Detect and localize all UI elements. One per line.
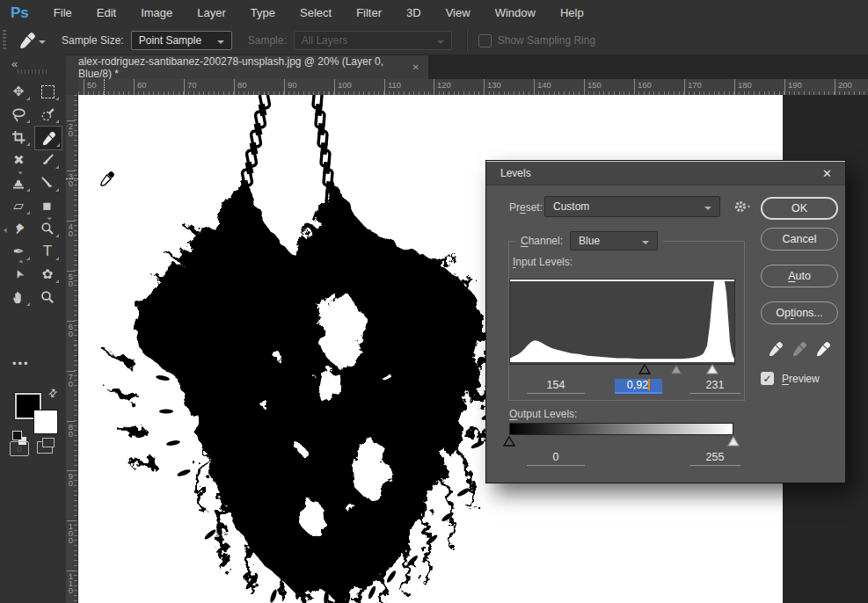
output-gradient-bar bbox=[509, 423, 733, 435]
menu-image[interactable]: Image bbox=[128, 0, 185, 26]
menu-3d[interactable]: 3D bbox=[394, 0, 434, 26]
output-highlight-slider[interactable] bbox=[727, 436, 740, 447]
collapse-panel-icon[interactable]: « bbox=[11, 57, 16, 70]
dialog-close-icon[interactable]: ✕ bbox=[822, 167, 845, 180]
input-shadow-field[interactable]: 154 bbox=[527, 379, 585, 394]
default-colors-icon[interactable] bbox=[12, 431, 22, 440]
brush-icon bbox=[40, 153, 55, 167]
channel-row: Channel: Blue bbox=[515, 231, 663, 251]
white-point-eyedropper-icon[interactable] bbox=[815, 341, 831, 357]
marquee-tool[interactable] bbox=[34, 80, 61, 103]
menu-filter[interactable]: Filter bbox=[344, 0, 394, 26]
move-tool[interactable]: ✥ bbox=[5, 80, 32, 103]
menu-help[interactable]: Help bbox=[548, 0, 596, 26]
toolbar-more-icon[interactable]: ••• bbox=[12, 357, 30, 370]
histogram bbox=[509, 279, 735, 365]
options-button[interactable]: Options... bbox=[761, 302, 838, 324]
ruler-corner bbox=[66, 79, 79, 96]
input-highlight-slider[interactable] bbox=[706, 364, 718, 374]
crop-icon bbox=[11, 130, 26, 144]
output-levels-label: Output Levels: bbox=[509, 408, 577, 420]
quick-selection-icon bbox=[40, 107, 55, 122]
menu-layer[interactable]: Layer bbox=[185, 0, 238, 26]
levels-dialog: Levels ✕ Preset: Custom OK Cancel Auto O… bbox=[485, 160, 846, 483]
channel-dropdown[interactable]: Blue bbox=[570, 231, 658, 251]
cancel-button[interactable]: Cancel bbox=[761, 228, 838, 251]
eyedropper-tool[interactable] bbox=[34, 126, 62, 150]
toolbar-grip[interactable] bbox=[18, 69, 49, 74]
type-tool[interactable]: T bbox=[34, 240, 61, 263]
horizontal-ruler: 50 60 70 80 90 100 110 120 130 140 150 1… bbox=[78, 79, 868, 96]
tab-close-icon[interactable]: ✕ bbox=[412, 62, 419, 72]
gray-point-eyedropper-icon[interactable] bbox=[791, 341, 807, 357]
menu-edit[interactable]: Edit bbox=[84, 0, 128, 26]
ok-button[interactable]: OK bbox=[761, 197, 838, 220]
background-color-swatch[interactable] bbox=[33, 410, 58, 434]
output-highlight-field[interactable]: 255 bbox=[689, 451, 740, 466]
document-tab-title: alex-rodriguez-santibanez-200278-unsplas… bbox=[78, 55, 412, 80]
dodge-tool[interactable] bbox=[34, 217, 61, 240]
eyedropper-tool-icon[interactable] bbox=[18, 32, 36, 49]
input-highlight-field[interactable]: 231 bbox=[689, 379, 740, 394]
histogram-plot bbox=[510, 281, 734, 364]
sample-size-dropdown[interactable]: Point Sample bbox=[131, 31, 232, 50]
text-caret bbox=[648, 379, 650, 390]
eyedropper-icon bbox=[41, 131, 56, 146]
photoshop-window: Ps File Edit Image Layer Type Select Fil… bbox=[0, 0, 868, 603]
menu-select[interactable]: Select bbox=[288, 0, 344, 26]
hand-icon bbox=[11, 290, 26, 304]
chevron-down-icon bbox=[437, 40, 444, 47]
marquee-icon bbox=[41, 85, 55, 98]
tool-bar: « ✥ ✚ ▱ ◆ ☛ bbox=[0, 54, 67, 603]
input-levels-label: Input Levels: bbox=[513, 256, 573, 268]
output-shadow-slider[interactable] bbox=[503, 436, 515, 447]
chevron-down-icon bbox=[642, 241, 649, 248]
options-divider bbox=[466, 30, 468, 51]
output-slider-row bbox=[509, 436, 733, 447]
menu-view[interactable]: View bbox=[434, 0, 483, 26]
input-gamma-field[interactable]: 0,92 bbox=[615, 379, 662, 394]
channel-label: Channel: bbox=[521, 235, 563, 247]
auto-button[interactable]: Auto bbox=[761, 265, 838, 287]
swap-colors-icon[interactable]: ⇄ bbox=[46, 385, 61, 400]
lasso-tool[interactable] bbox=[5, 103, 32, 126]
menu-file[interactable]: File bbox=[41, 0, 84, 26]
input-shadow-slider[interactable] bbox=[638, 364, 651, 374]
document-tab[interactable]: alex-rodriguez-santibanez-200278-unsplas… bbox=[66, 55, 428, 79]
preset-dropdown[interactable]: Custom bbox=[544, 196, 720, 217]
show-sampling-ring-checkbox bbox=[478, 34, 492, 47]
document-tab-bar: alex-rodriguez-santibanez-200278-unsplas… bbox=[66, 54, 868, 79]
menu-window[interactable]: Window bbox=[483, 0, 548, 26]
output-shadow-field[interactable]: 0 bbox=[527, 451, 585, 466]
sample-label: Sample: bbox=[248, 34, 287, 47]
black-point-eyedropper-icon[interactable] bbox=[768, 341, 784, 357]
brush-tool[interactable] bbox=[34, 149, 61, 171]
vertical-ruler: 20 30 40 50 60 70 80 90 100 110 bbox=[66, 95, 78, 603]
tool-preset-chevron-icon[interactable] bbox=[39, 40, 46, 47]
menu-type[interactable]: Type bbox=[238, 0, 288, 26]
histogram-polygon bbox=[510, 281, 734, 362]
options-bar-grip[interactable] bbox=[3, 30, 6, 51]
ruler-cursor-marker bbox=[66, 178, 78, 179]
zoom-tool[interactable] bbox=[34, 286, 61, 309]
quick-mask-button[interactable]: ◌ bbox=[10, 441, 29, 456]
input-gamma-slider[interactable] bbox=[670, 364, 682, 374]
ruler-cursor-marker bbox=[104, 79, 105, 95]
preset-options-gear-icon[interactable] bbox=[733, 200, 753, 214]
custom-shape-tool[interactable]: ✿ bbox=[34, 263, 61, 286]
show-sampling-ring-label: Show Sampling Ring bbox=[498, 34, 595, 47]
hand-tool[interactable] bbox=[5, 286, 32, 309]
preset-label: Preset: bbox=[509, 201, 543, 214]
sample-dropdown: All Layers bbox=[294, 31, 452, 50]
screen-mode-button[interactable] bbox=[37, 441, 53, 454]
dialog-title-bar[interactable]: Levels ✕ bbox=[486, 161, 845, 185]
quick-selection-tool[interactable] bbox=[34, 103, 61, 126]
chevron-down-icon bbox=[217, 40, 224, 47]
clone-stamp-tool[interactable] bbox=[5, 171, 32, 194]
preview-checkbox[interactable]: ✓ bbox=[761, 372, 774, 385]
history-brush-icon bbox=[40, 176, 55, 190]
stamp-icon bbox=[11, 176, 26, 190]
sample-size-label: Sample Size: bbox=[62, 34, 124, 47]
eyedropper-cursor bbox=[99, 171, 115, 186]
dialog-title: Levels bbox=[486, 167, 531, 179]
